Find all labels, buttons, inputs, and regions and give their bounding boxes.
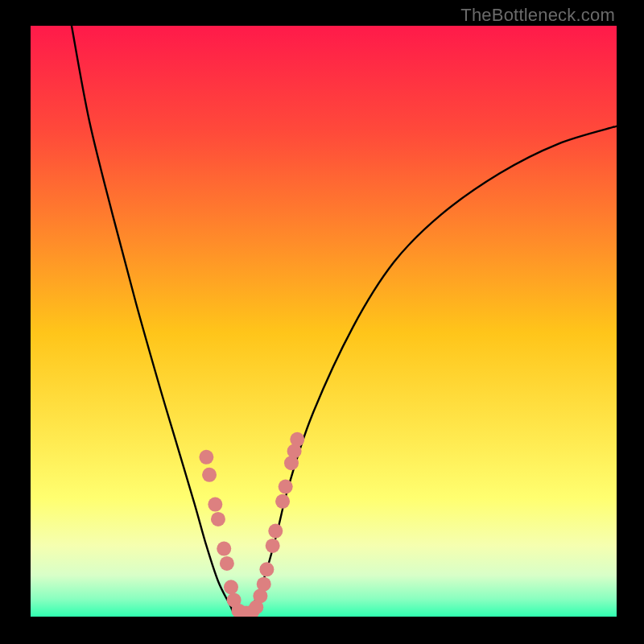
watermark-label: TheBottleneck.com	[460, 5, 615, 26]
highlight-dots	[199, 432, 304, 617]
highlight-dot	[275, 494, 290, 509]
highlight-dot	[202, 468, 217, 482]
highlight-dot	[199, 450, 213, 464]
bottleneck-curve-path	[72, 26, 617, 617]
curve-layer	[31, 26, 617, 617]
highlight-dot	[290, 432, 304, 447]
highlight-dot	[257, 577, 271, 592]
chart-frame: TheBottleneck.com	[0, 0, 644, 644]
highlight-dot	[266, 539, 280, 553]
highlight-dot	[224, 580, 238, 594]
highlight-dot	[208, 497, 222, 512]
highlight-dot	[217, 542, 231, 556]
plot-area	[31, 26, 617, 617]
highlight-dot	[220, 556, 234, 571]
highlight-dot	[268, 524, 283, 539]
highlight-dot	[259, 562, 274, 576]
highlight-dot	[279, 480, 293, 494]
highlight-dot	[211, 512, 225, 526]
